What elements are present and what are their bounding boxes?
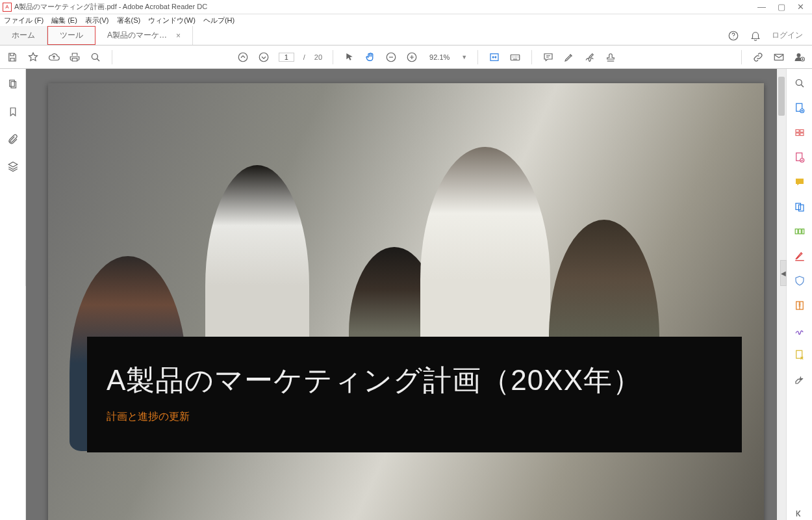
svg-point-1 <box>733 38 733 38</box>
fit-width-icon[interactable] <box>488 51 500 63</box>
maximize-button[interactable]: ▢ <box>778 2 785 12</box>
add-person-icon[interactable] <box>794 51 806 63</box>
pdf-page: A製品のマーケティング計画（20XX年） 計画と進捗の更新 <box>48 83 764 520</box>
document-heading: A製品のマーケティング計画（20XX年） <box>107 361 722 400</box>
sign-icon[interactable] <box>584 51 596 63</box>
document-viewport[interactable]: A製品のマーケティング計画（20XX年） 計画と進捗の更新 <box>26 69 786 520</box>
vertical-scrollbar[interactable] <box>777 69 786 520</box>
app-icon: A <box>3 3 12 12</box>
redact-icon[interactable] <box>793 250 806 263</box>
login-link[interactable]: ログイン <box>772 30 803 41</box>
page-number-input[interactable] <box>279 53 294 62</box>
menu-sign[interactable]: 署名(S) <box>117 16 141 25</box>
svg-point-14 <box>796 79 802 85</box>
help-icon[interactable] <box>728 30 739 42</box>
more-tools-icon[interactable] <box>793 373 806 386</box>
hand-tool-icon[interactable] <box>364 51 376 63</box>
svg-rect-13 <box>11 82 16 88</box>
thumbnails-icon[interactable] <box>6 78 19 91</box>
separator <box>333 50 333 64</box>
menu-file[interactable]: ファイル (F) <box>4 16 44 25</box>
tab-bar: ホーム ツール A製品のマーケティング... × ログイン <box>0 26 812 46</box>
title-overlay: A製品のマーケティング計画（20XX年） 計画と進捗の更新 <box>87 337 742 452</box>
tab-close-icon[interactable]: × <box>176 31 181 40</box>
organize-icon[interactable] <box>793 225 806 238</box>
separator <box>477 50 478 64</box>
page-separator: / <box>303 53 305 61</box>
highlight-icon[interactable] <box>563 51 575 63</box>
toolbar: / 20 92.1% ▼ <box>0 46 812 69</box>
menu-help[interactable]: ヘルプ(H) <box>203 16 235 25</box>
right-sidebar: ◀ <box>786 69 812 520</box>
tab-home[interactable]: ホーム <box>0 26 47 45</box>
fill-sign-icon[interactable] <box>793 324 806 337</box>
zoom-dropdown-icon[interactable]: ▼ <box>461 54 467 60</box>
scroll-thumb[interactable] <box>778 77 785 116</box>
separator <box>531 50 532 64</box>
email-icon[interactable] <box>773 51 785 63</box>
hero-image <box>48 83 764 520</box>
page-total: 20 <box>314 53 322 61</box>
svg-rect-24 <box>798 205 804 211</box>
bookmark-icon[interactable] <box>6 105 19 118</box>
page-down-icon[interactable] <box>258 51 270 63</box>
combine-files-icon[interactable] <box>793 200 806 213</box>
svg-rect-19 <box>796 133 799 136</box>
svg-rect-12 <box>9 80 14 86</box>
svg-point-4 <box>259 53 268 62</box>
left-sidebar: ▶ <box>0 69 26 520</box>
keyboard-icon[interactable] <box>509 51 521 63</box>
expand-panel-icon[interactable] <box>793 507 806 520</box>
minimize-button[interactable]: — <box>757 2 766 12</box>
menu-window[interactable]: ウィンドウ(W) <box>148 16 196 25</box>
layers-icon[interactable] <box>6 160 19 173</box>
tab-document[interactable]: A製品のマーケティング... × <box>95 26 193 45</box>
protect-icon[interactable] <box>793 274 806 287</box>
tab-document-label: A製品のマーケティング... <box>107 30 171 41</box>
svg-rect-25 <box>795 229 798 234</box>
stamp-icon[interactable] <box>605 51 616 63</box>
svg-point-2 <box>92 53 97 59</box>
attachment-icon[interactable] <box>6 133 19 146</box>
create-pdf-icon[interactable] <box>793 126 806 139</box>
save-icon[interactable] <box>6 51 18 63</box>
svg-rect-20 <box>800 133 803 136</box>
comment-icon[interactable] <box>542 51 554 63</box>
star-icon[interactable] <box>27 51 39 63</box>
collapse-right-icon[interactable]: ◀ <box>780 260 787 286</box>
svg-rect-9 <box>774 54 783 60</box>
title-bar: A A製品のマーケティング計画.pdf - Adobe Acrobat Read… <box>0 0 812 14</box>
edit-pdf-icon[interactable] <box>793 151 806 164</box>
cloud-upload-icon[interactable] <box>48 51 60 63</box>
zoom-in-icon[interactable] <box>406 51 418 63</box>
window-title: A製品のマーケティング計画.pdf - Adobe Acrobat Reader… <box>14 2 757 12</box>
separator <box>112 50 112 64</box>
svg-rect-18 <box>800 130 803 133</box>
tab-tools-label: ツール <box>60 30 83 41</box>
menu-edit[interactable]: 編集 (E) <box>51 16 77 25</box>
compress-icon[interactable] <box>793 299 806 312</box>
export-pdf-icon[interactable] <box>793 101 806 114</box>
share-link-icon[interactable] <box>752 51 764 63</box>
svg-rect-26 <box>798 229 801 234</box>
tab-tools[interactable]: ツール <box>47 26 95 45</box>
menu-bar: ファイル (F) 編集 (E) 表示(V) 署名(S) ウィンドウ(W) ヘルプ… <box>0 14 812 26</box>
menu-view[interactable]: 表示(V) <box>85 16 109 25</box>
close-window-button[interactable]: ✕ <box>797 2 804 12</box>
svg-point-3 <box>238 53 247 62</box>
search-panel-icon[interactable] <box>793 77 806 90</box>
zoom-out-icon[interactable] <box>385 51 397 63</box>
search-icon[interactable] <box>90 51 101 63</box>
send-for-sign-icon[interactable] <box>793 348 806 361</box>
bell-icon[interactable] <box>750 30 761 42</box>
print-icon[interactable] <box>69 51 81 63</box>
svg-rect-23 <box>796 203 801 210</box>
svg-rect-27 <box>802 229 804 234</box>
page-up-icon[interactable] <box>237 51 249 63</box>
tab-home-label: ホーム <box>12 30 35 41</box>
comment-panel-icon[interactable] <box>793 176 806 188</box>
svg-rect-17 <box>796 130 799 133</box>
svg-point-10 <box>797 53 801 57</box>
zoom-value: 92.1% <box>427 53 452 61</box>
selection-arrow-icon[interactable] <box>344 51 355 63</box>
